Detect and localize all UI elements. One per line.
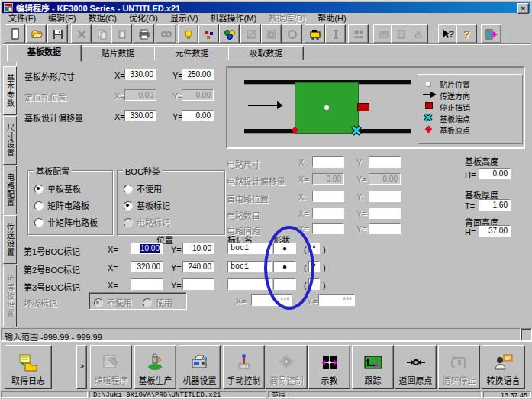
first-circuit-x-field <box>312 191 344 202</box>
first-circuit-y-field <box>369 191 401 202</box>
teach-button[interactable]: 示教 <box>308 345 350 389</box>
machine-icon[interactable] <box>305 24 325 43</box>
boc1-label: 第1号BOC标记 <box>24 245 80 257</box>
context-help-icon[interactable]: ? <box>438 24 459 43</box>
x-prefix: X= <box>298 175 309 184</box>
input-range-corner <box>521 328 532 341</box>
design-offset-label: 基板设计偏移量 <box>24 111 83 124</box>
t-prefix: T= <box>465 201 475 211</box>
radio-icon[interactable] <box>124 201 133 211</box>
trace-button[interactable]: 跟踪 <box>352 345 394 389</box>
boc1-flag-box[interactable]: * <box>308 243 320 254</box>
design-offset-y-field[interactable]: 0.00 <box>182 110 214 121</box>
save-icon[interactable] <box>47 24 68 43</box>
copy-icon <box>92 24 112 43</box>
status-bar: D:\Juki_9X10VA\PRG\UNTITLED.x21 范围 : 13:… <box>1 391 532 399</box>
radio-icon[interactable] <box>34 185 44 194</box>
board-height-field[interactable]: 0.00 <box>479 168 511 179</box>
status-range: 范围 : <box>268 391 482 398</box>
x-prefix: X= <box>114 71 125 80</box>
legend-board-endpoint: 基板端点 <box>440 113 470 124</box>
radio-icon[interactable] <box>34 201 44 211</box>
radio-matrix-board[interactable]: 矩阵电路板 <box>34 199 89 211</box>
boc3-name-field[interactable] <box>227 278 272 290</box>
log-icon <box>18 353 38 372</box>
board-size-x-field[interactable]: 330.00 <box>124 69 156 80</box>
side-tab-conveyor-settings[interactable]: 传送设置 <box>3 215 17 264</box>
get-log-button[interactable]: 取得日志 <box>5 345 52 389</box>
circuit-pitch-x-field <box>312 223 344 234</box>
boc3-y-field[interactable] <box>182 278 214 290</box>
menu-edit[interactable]: 编辑(E) <box>42 14 82 24</box>
easy-control-icon <box>277 353 297 372</box>
boc3-flag-box[interactable] <box>308 278 320 290</box>
board-production-icon <box>146 353 166 372</box>
y-prefix: Y= <box>356 224 367 233</box>
radio-non-matrix-board[interactable]: 非矩阵电路板 <box>34 216 98 228</box>
boc3-shape-field[interactable] <box>273 278 296 290</box>
menu-machine-operation[interactable]: 机器操作(M) <box>205 14 263 24</box>
menu-data[interactable]: 数据(C) <box>82 14 123 24</box>
switch-language-icon <box>494 353 514 372</box>
back-height-field[interactable]: 37.00 <box>479 225 511 237</box>
boc2-shape-field[interactable]: ● <box>273 261 296 272</box>
open-file-icon[interactable] <box>26 24 47 43</box>
menu-help[interactable]: 帮助(H) <box>311 14 352 24</box>
paste-icon <box>111 24 132 43</box>
legend-stop-pin: 停止挡销 <box>440 101 470 113</box>
side-tab-basic-params[interactable]: 基本参数 <box>3 66 17 115</box>
radio-single-board[interactable]: 单板基板 <box>34 182 81 195</box>
legend-board-origin: 基板原点 <box>440 124 470 136</box>
boc2-y-field[interactable]: 240.00 <box>182 261 214 272</box>
boc1-x-field[interactable]: 10.00 <box>131 243 163 254</box>
locating-hole-y-field: 0.00 <box>182 89 214 101</box>
x-prefix: X= <box>108 281 118 290</box>
help-icon[interactable]: ? <box>456 24 477 43</box>
boc2-name-field[interactable]: boc1 <box>227 261 272 272</box>
radio-icon[interactable] <box>34 218 44 227</box>
manual-control-button[interactable]: 手动控制 <box>223 345 265 389</box>
radio-boc-unused[interactable]: 不使用 <box>124 182 162 195</box>
boc2-x-field[interactable]: 320.00 <box>131 261 163 272</box>
board-height-label: 基板高度 <box>465 155 498 167</box>
board-thickness-field[interactable]: 1.60 <box>479 199 511 211</box>
boc2-flag-box[interactable]: * <box>308 261 320 272</box>
color-balls-icon[interactable] <box>219 24 240 43</box>
circuit-size-x-field <box>312 156 344 168</box>
boc1-y-field[interactable]: 10.00 <box>182 243 214 254</box>
new-file-icon[interactable] <box>5 24 25 43</box>
menu-optimize[interactable]: 优化(O) <box>123 14 164 24</box>
menu-view[interactable]: 显示(V) <box>164 14 205 24</box>
find-icon <box>156 24 176 43</box>
design-offset-x-field[interactable]: 330.00 <box>124 110 156 121</box>
close-button[interactable]: × <box>517 3 529 14</box>
boc1-shape-field[interactable]: ● <box>273 243 296 254</box>
boc3-x-field[interactable] <box>131 278 163 290</box>
circuit-count-x-field[interactable] <box>312 208 344 219</box>
circuit-count-y-field[interactable] <box>369 208 401 219</box>
side-tab-circuit-config[interactable]: 电路配置 <box>3 166 17 214</box>
board-size-y-field[interactable]: 250.00 <box>182 69 214 80</box>
bottom-button-bar: 取得日志 > 编辑程序 基板生产 机器设置 手动控制 简易控制 示教 <box>1 341 532 392</box>
boc1-name-field[interactable]: boc1 <box>227 243 272 254</box>
exit-icon[interactable] <box>481 24 501 43</box>
machine-setup-button[interactable]: 机器设置 <box>179 345 221 389</box>
switch-language-button[interactable]: 转换语言 <box>482 345 525 389</box>
menu-file[interactable]: 文件(F) <box>2 14 42 24</box>
optimize-bulb-icon[interactable] <box>178 24 198 43</box>
tab-board-data[interactable]: 基板数据 <box>7 44 82 62</box>
radio-icon[interactable] <box>124 185 133 194</box>
board-size-label: 基板外形尺寸 <box>24 70 75 82</box>
radio-boc-circuit-mark: 电路标记 <box>124 216 170 228</box>
conveyor-diagram: 贴片位置 传送方向 停止挡销 基板端点 基板原点 <box>226 66 525 149</box>
board-production-button[interactable]: 基板生产 <box>134 345 176 389</box>
locating-hole-label: 定位孔位置 <box>24 91 66 103</box>
expand-button[interactable]: > <box>76 345 87 389</box>
radio-boc-board-mark[interactable]: 基板标记 <box>124 199 170 211</box>
side-tab-size-settings[interactable]: 尺寸设置 <box>3 116 17 165</box>
return-origin-icon <box>406 353 426 372</box>
return-origin-button[interactable]: 返回原点 <box>395 345 437 389</box>
legend-transport-direction: 传送方向 <box>440 90 470 101</box>
placement-dots-icon[interactable] <box>198 24 219 43</box>
print-icon[interactable] <box>134 24 154 43</box>
